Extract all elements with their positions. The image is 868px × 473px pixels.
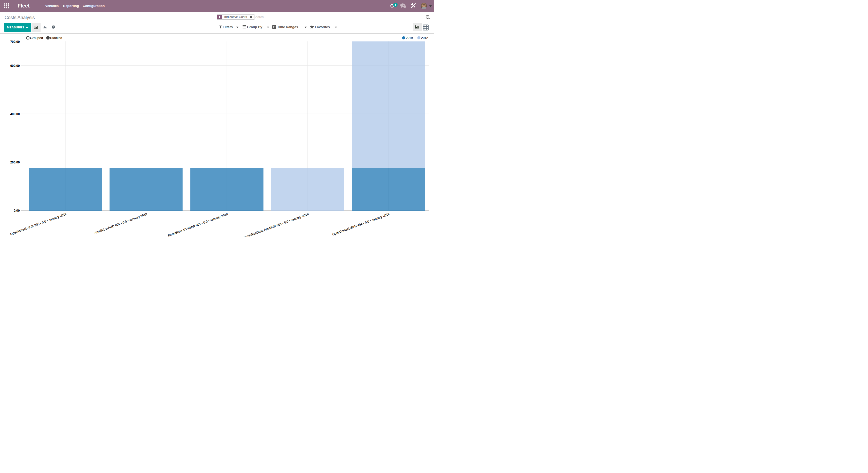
svg-text:0.00: 0.00 (14, 209, 20, 212)
svg-text:400.00: 400.00 (10, 112, 20, 116)
svg-text:Mercedes/Class A/1-MER-001 • 0: Mercedes/Class A/1-MER-001 • 0.0 • Janua… (242, 212, 309, 236)
svg-text:600.00: 600.00 (10, 64, 20, 68)
svg-text:Opel/Astra/1-ACK-205 • 0.0 • J: Opel/Astra/1-ACK-205 • 0.0 • January 201… (10, 212, 67, 236)
svg-text:700.00: 700.00 (10, 40, 20, 44)
svg-text:Opel/Corsa/1-SYN-404 • 0.0 • J: Opel/Corsa/1-SYN-404 • 0.0 • January 201… (332, 212, 390, 236)
svg-text:Audi/A1/1-AUD-001 • 0.0 • Janu: Audi/A1/1-AUD-001 • 0.0 • January 2019 (94, 212, 148, 235)
svg-text:Bmw/Serie 1/1-BMW-001 • 0.0 •: Bmw/Serie 1/1-BMW-001 • 0.0 • January 20… (167, 212, 228, 236)
svg-text:200.00: 200.00 (10, 161, 20, 164)
